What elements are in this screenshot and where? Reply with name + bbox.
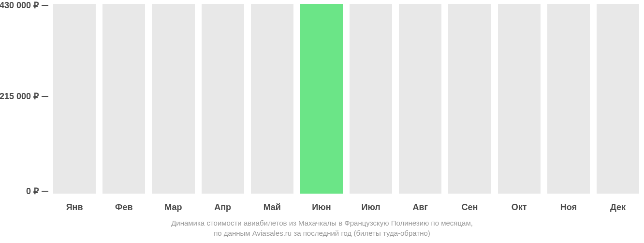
x-tick-label: Авг bbox=[399, 198, 441, 213]
bar-column bbox=[251, 4, 293, 194]
chart-caption: Динамика стоимости авиабилетов из Махачк… bbox=[0, 218, 644, 238]
bar-background bbox=[498, 4, 541, 194]
bar-background bbox=[152, 4, 194, 194]
bar-column bbox=[399, 4, 441, 194]
y-tick-label: 430 000 ₽ bbox=[0, 0, 39, 11]
caption-line-1: Динамика стоимости авиабилетов из Махачк… bbox=[0, 218, 644, 228]
x-tick-label: Апр bbox=[202, 198, 244, 213]
y-tick-label: 215 000 ₽ bbox=[0, 91, 39, 102]
bar-column bbox=[102, 4, 145, 194]
y-tick-mark bbox=[42, 96, 48, 97]
y-tick-label: 0 ₽ bbox=[5, 186, 39, 197]
bar-column bbox=[53, 4, 96, 194]
x-tick-label: Ноя bbox=[547, 198, 590, 213]
x-tick-label: Окт bbox=[498, 198, 541, 213]
bar-column bbox=[498, 4, 541, 194]
x-tick-label: Июл bbox=[350, 198, 392, 213]
plot-area bbox=[53, 4, 639, 194]
caption-line-2: по данным Aviasales.ru за последний год … bbox=[0, 228, 644, 238]
bar-background bbox=[300, 4, 343, 194]
bar-column bbox=[202, 4, 244, 194]
y-tick-mark bbox=[42, 191, 48, 192]
bar-column bbox=[300, 4, 343, 194]
bar-value bbox=[300, 4, 343, 194]
bar-background bbox=[202, 4, 244, 194]
x-tick-label: Дек bbox=[597, 198, 639, 213]
bar-background bbox=[399, 4, 441, 194]
bar-background bbox=[251, 4, 293, 194]
bar-background bbox=[547, 4, 590, 194]
bar-column bbox=[597, 4, 639, 194]
y-tick-zero: 0 ₽ bbox=[5, 186, 48, 197]
y-tick-max: 430 000 ₽ bbox=[0, 0, 48, 11]
y-axis: 430 000 ₽ 215 000 ₽ 0 ₽ bbox=[0, 0, 48, 198]
bar-column bbox=[448, 4, 491, 194]
bar-background bbox=[448, 4, 491, 194]
x-tick-label: Янв bbox=[53, 198, 96, 213]
bar-background bbox=[597, 4, 639, 194]
x-tick-label: Сен bbox=[448, 198, 491, 213]
bar-column bbox=[547, 4, 590, 194]
bar-background bbox=[102, 4, 145, 194]
x-axis: ЯнвФевМарАпрМайИюнИюлАвгСенОктНояДек bbox=[53, 198, 639, 213]
bar-column bbox=[350, 4, 392, 194]
bar-column bbox=[152, 4, 194, 194]
chart-container: 430 000 ₽ 215 000 ₽ 0 ₽ ЯнвФевМарАпрМайИ… bbox=[0, 0, 644, 243]
x-tick-label: Май bbox=[251, 198, 293, 213]
bar-background bbox=[53, 4, 96, 194]
y-tick-mid: 215 000 ₽ bbox=[0, 91, 48, 102]
bar-background bbox=[350, 4, 392, 194]
y-tick-mark bbox=[42, 5, 48, 6]
x-tick-label: Фев bbox=[102, 198, 145, 213]
x-tick-label: Июн bbox=[300, 198, 343, 213]
x-tick-label: Мар bbox=[152, 198, 194, 213]
